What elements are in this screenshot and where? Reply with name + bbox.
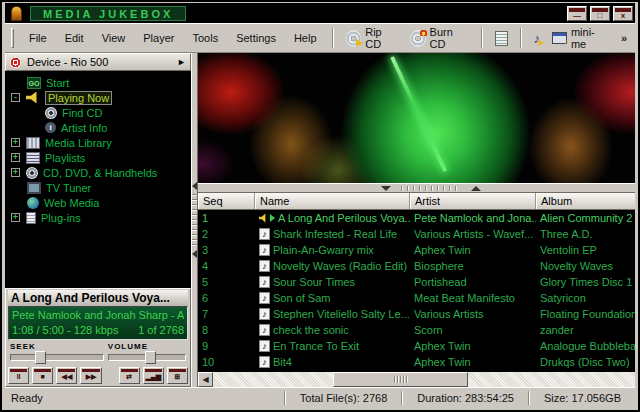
scroll-left-icon[interactable]: ◀ bbox=[198, 372, 213, 387]
sidebar-item-playlists[interactable]: + Playlists bbox=[5, 150, 191, 165]
playlist-button[interactable]: ⊞ bbox=[167, 367, 188, 384]
sidebar-item-plug-ins[interactable]: + Plug-ins bbox=[5, 210, 191, 225]
collapse-up-icon[interactable] bbox=[471, 186, 481, 191]
table-row[interactable]: 4 ♪Novelty Waves (Radio Edit) Biosphere … bbox=[198, 258, 635, 274]
mini-me-button[interactable]: mini-me bbox=[546, 24, 613, 52]
player-panel: A Long And Perilous Voya... Pete Namlook… bbox=[5, 288, 191, 387]
rip-cd-button[interactable]: Rip CD bbox=[340, 24, 404, 52]
device-selector-label: Device - Rio 500 bbox=[27, 56, 108, 68]
collapse-left-icon[interactable] bbox=[192, 182, 197, 190]
media-library-icon bbox=[26, 137, 40, 149]
rewind-icon: ◀◀ bbox=[57, 372, 76, 383]
toolbar-separator bbox=[481, 28, 483, 48]
music-note-icon: ♪ bbox=[259, 356, 270, 368]
menu-settings[interactable]: Settings bbox=[227, 29, 285, 47]
sidebar-item-media-library[interactable]: + Media Library bbox=[5, 135, 191, 150]
web-media-icon bbox=[27, 197, 39, 209]
device-target-icon bbox=[10, 57, 21, 68]
artist-info-icon bbox=[45, 122, 56, 133]
minimize-button[interactable]: — bbox=[567, 6, 587, 21]
status-duration: Duration: 283:54:25 bbox=[403, 392, 528, 404]
expand-expander[interactable]: + bbox=[11, 213, 20, 222]
shuffle-button[interactable]: ⇄ bbox=[119, 367, 140, 384]
track-time: 1:08 / 5:00 - 128 kbps bbox=[12, 323, 118, 338]
column-header-name[interactable]: Name bbox=[255, 193, 410, 209]
sidebar-splitter[interactable] bbox=[191, 53, 198, 387]
menu-edit[interactable]: Edit bbox=[56, 29, 93, 47]
fast-forward-button[interactable]: ▶▶ bbox=[80, 367, 101, 384]
table-row[interactable]: 6 ♪Son of Sam Meat Beat Manifesto Satyri… bbox=[198, 290, 635, 306]
pause-button[interactable]: II bbox=[8, 367, 29, 384]
toolbar-separator bbox=[520, 28, 522, 48]
table-row[interactable]: 10 ♪Bit4 Aphex Twin Drukqs (Disc Two) bbox=[198, 354, 635, 370]
seek-slider-thumb[interactable] bbox=[35, 351, 46, 364]
stop-button[interactable]: ■ bbox=[32, 367, 53, 384]
toolbar-overflow-chevron[interactable]: » bbox=[613, 32, 631, 44]
horizontal-scroll-thumb[interactable] bbox=[333, 372, 468, 387]
menu-view[interactable]: View bbox=[93, 29, 135, 47]
music-note-icon: ♪ bbox=[259, 292, 270, 304]
splitter-grip[interactable] bbox=[401, 186, 461, 191]
horizontal-scrollbar[interactable]: ◀ ▶ bbox=[198, 372, 635, 387]
now-playing-speaker-icon bbox=[259, 214, 267, 223]
volume-slider[interactable] bbox=[108, 354, 186, 361]
column-header-seq[interactable]: Seq bbox=[198, 193, 255, 209]
equalizer-button[interactable]: ▂▄▆ bbox=[143, 367, 164, 384]
menu-help[interactable]: Help bbox=[285, 29, 326, 47]
music-note-icon: ♪ bbox=[259, 260, 270, 272]
playlist-picker-button[interactable] bbox=[489, 29, 514, 48]
music-note-icon: ♪ bbox=[259, 276, 270, 288]
volume-slider-thumb[interactable] bbox=[145, 351, 156, 364]
plugins-icon bbox=[26, 212, 36, 224]
menu-file[interactable]: File bbox=[20, 29, 56, 47]
toolbar-grip[interactable] bbox=[11, 28, 14, 48]
device-selector[interactable]: Device - Rio 500 ► bbox=[5, 53, 191, 71]
shuffle-icon: ⇄ bbox=[120, 372, 139, 383]
burn-cd-button[interactable]: Burn CD bbox=[404, 24, 475, 52]
table-row[interactable]: 3 ♪Plain-An-Gwarry mix Aphex Twin Ventol… bbox=[198, 242, 635, 258]
maximize-button[interactable]: □ bbox=[590, 6, 610, 21]
menu-tools[interactable]: Tools bbox=[183, 29, 227, 47]
sidebar-item-start[interactable]: Start bbox=[5, 75, 191, 90]
music-tool-button[interactable]: ♪ bbox=[528, 30, 547, 47]
rewind-button[interactable]: ◀◀ bbox=[56, 367, 77, 384]
sidebar-item-artist-info[interactable]: Artist Info bbox=[5, 120, 191, 135]
column-header-artist[interactable]: Artist bbox=[410, 193, 536, 209]
table-row[interactable]: 8 ♪check the sonic Scorn zander bbox=[198, 322, 635, 338]
play-arrow-icon bbox=[270, 214, 275, 222]
sidebar-item-cd-dvd-handhelds[interactable]: + CD, DVD, & Handhelds bbox=[5, 165, 191, 180]
table-row[interactable]: 2 ♪Shark Infested - Real Life Various Ar… bbox=[198, 226, 635, 242]
visualization-splitter[interactable] bbox=[198, 183, 635, 193]
playlist-position: 1 of 2768 bbox=[138, 323, 184, 338]
title-bar[interactable]: MEDIA JUKEBOX — □ x bbox=[5, 3, 635, 23]
close-button[interactable]: x bbox=[613, 6, 633, 21]
table-row[interactable]: 1 A Long And Perilous Voya... Pete Namlo… bbox=[198, 210, 635, 226]
table-row[interactable]: 7 ♪Stephen Viteliello Salty Le... Variou… bbox=[198, 306, 635, 322]
collapse-expander[interactable]: - bbox=[11, 93, 20, 102]
table-row[interactable]: 5 ♪Sour Sour Times Portishead Glory Time… bbox=[198, 274, 635, 290]
equalizer-icon: ▂▄▆ bbox=[144, 372, 163, 383]
device-next-arrow-icon[interactable]: ► bbox=[177, 57, 186, 67]
expand-expander[interactable]: + bbox=[11, 168, 20, 177]
go-icon bbox=[27, 77, 41, 89]
cd-burn-icon bbox=[410, 30, 426, 47]
collapse-left-icon[interactable] bbox=[192, 250, 197, 258]
status-size: Size: 17.056GB bbox=[530, 392, 635, 404]
column-header-album[interactable]: Album bbox=[536, 193, 635, 209]
table-row[interactable]: 9 ♪En Trance To Exit Aphex Twin Analogue… bbox=[198, 338, 635, 354]
playlist-table: 1 A Long And Perilous Voya... Pete Namlo… bbox=[198, 210, 635, 372]
collapse-down-icon[interactable] bbox=[381, 186, 391, 191]
expand-expander[interactable]: + bbox=[11, 138, 20, 147]
expand-expander[interactable]: + bbox=[11, 153, 20, 162]
pause-icon: II bbox=[9, 372, 28, 383]
volume-label: VOLUME bbox=[108, 342, 186, 351]
sidebar-item-find-cd[interactable]: Find CD bbox=[5, 105, 191, 120]
sidebar-item-tv-tuner[interactable]: TV Tuner bbox=[5, 180, 191, 195]
sidebar-item-web-media[interactable]: Web Media bbox=[5, 195, 191, 210]
splitter-grip[interactable] bbox=[192, 194, 197, 246]
sidebar-item-playing-now[interactable]: - Playing Now bbox=[5, 90, 191, 105]
seek-slider[interactable] bbox=[10, 354, 104, 361]
music-note-icon: ♪ bbox=[259, 308, 270, 320]
status-ready: Ready bbox=[5, 392, 284, 404]
menu-player[interactable]: Player bbox=[134, 29, 183, 47]
